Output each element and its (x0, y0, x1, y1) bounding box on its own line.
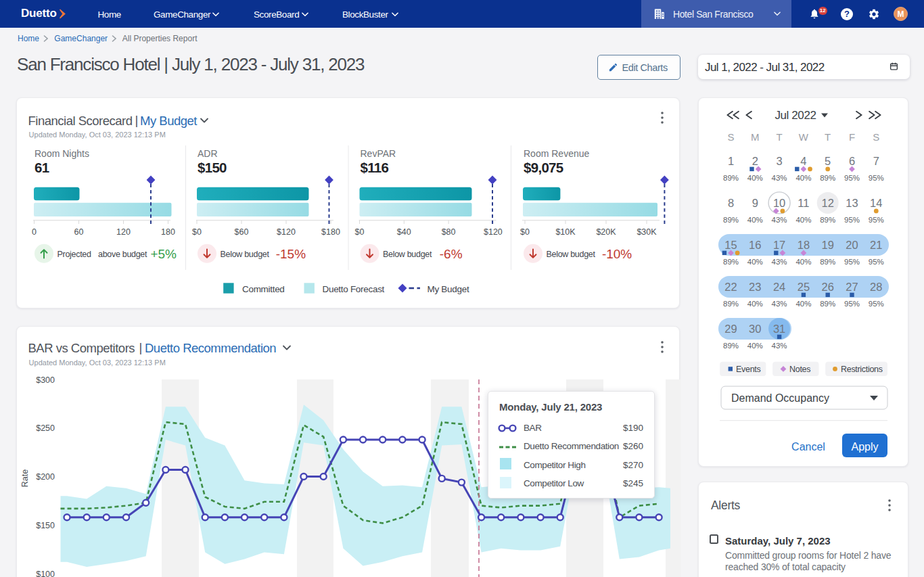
svg-text:95%: 95% (844, 174, 860, 182)
svg-text:4: 4 (800, 155, 806, 167)
svg-text:$200: $200 (36, 472, 55, 482)
svg-text:$180: $180 (321, 227, 340, 237)
svg-text:20: 20 (846, 239, 858, 251)
svg-text:My Budget: My Budget (428, 284, 469, 294)
svg-text:$10K: $10K (555, 227, 576, 237)
svg-text:M: M (751, 131, 760, 143)
svg-text:43%: 43% (772, 174, 787, 182)
svg-text:40%: 40% (795, 258, 811, 266)
svg-text:2: 2 (752, 155, 758, 167)
svg-text:40%: 40% (795, 174, 811, 182)
svg-text:Room Nights: Room Nights (34, 148, 89, 159)
svg-text:W: W (799, 131, 809, 143)
svg-text:Room Revenue: Room Revenue (524, 148, 589, 159)
svg-text:Restrictions: Restrictions (841, 365, 883, 374)
svg-text:43%: 43% (772, 216, 787, 224)
svg-text:23: 23 (749, 281, 761, 293)
svg-text:Cancel: Cancel (791, 441, 825, 453)
svg-text:Rate: Rate (20, 469, 30, 487)
svg-text:1: 1 (728, 155, 734, 167)
svg-text:89%: 89% (723, 300, 739, 308)
svg-text:BAR vs Competitors: BAR vs Competitors (28, 341, 135, 355)
svg-text:43%: 43% (772, 300, 787, 308)
svg-text:26: 26 (822, 281, 834, 293)
svg-text:$40: $40 (397, 227, 411, 237)
svg-text:29: 29 (724, 323, 737, 335)
svg-text:Financial Scorecard: Financial Scorecard (28, 114, 133, 128)
svg-text:T: T (825, 131, 831, 143)
svg-text:9: 9 (752, 197, 758, 209)
svg-text:6: 6 (849, 155, 855, 167)
svg-text:|: | (135, 113, 138, 127)
svg-text:My Budget: My Budget (140, 114, 197, 128)
svg-text:$150: $150 (36, 521, 55, 530)
svg-text:89%: 89% (820, 258, 835, 266)
svg-text:Demand Occupancy: Demand Occupancy (731, 392, 829, 404)
svg-text:89%: 89% (820, 300, 835, 308)
svg-text:ADR: ADR (198, 148, 218, 159)
svg-text:Updated Monday, Oct 03, 2023 1: Updated Monday, Oct 03, 2023 12:13 PM (29, 131, 166, 139)
svg-text:11: 11 (798, 197, 809, 209)
svg-text:$9,075: $9,075 (524, 160, 563, 175)
svg-text:Duetto Recommendation: Duetto Recommendation (145, 341, 276, 355)
svg-text:T: T (777, 131, 783, 143)
svg-text:10: 10 (773, 197, 785, 209)
svg-text:Updated Monday, Oct 03, 2023 1: Updated Monday, Oct 03, 2023 12:13 PM (29, 359, 166, 367)
svg-text:-6%: -6% (440, 247, 463, 261)
svg-text:Notes: Notes (789, 365, 810, 374)
svg-text:|: | (139, 340, 142, 354)
svg-text:Below budget: Below budget (547, 250, 596, 259)
svg-text:120: 120 (116, 227, 131, 237)
svg-text:89%: 89% (723, 216, 739, 224)
svg-text:95%: 95% (844, 258, 860, 266)
svg-text:17: 17 (773, 239, 785, 251)
svg-text:25: 25 (798, 281, 810, 293)
svg-text:40%: 40% (795, 300, 811, 308)
svg-text:40%: 40% (747, 216, 763, 224)
svg-text:Projected: Projected (57, 250, 91, 259)
svg-text:Duetto Forecast: Duetto Forecast (323, 284, 385, 294)
svg-text:40%: 40% (747, 342, 763, 350)
svg-text:-15%: -15% (276, 247, 306, 261)
svg-text:27: 27 (846, 281, 858, 293)
svg-text:43%: 43% (772, 342, 787, 350)
svg-text:95%: 95% (869, 174, 884, 182)
svg-text:16: 16 (749, 239, 761, 251)
svg-text:22: 22 (724, 281, 737, 293)
svg-text:89%: 89% (723, 342, 739, 350)
svg-text:$300: $300 (36, 375, 55, 385)
svg-text:60: 60 (74, 227, 84, 237)
svg-text:Below budget: Below budget (383, 250, 432, 259)
svg-text:89%: 89% (820, 216, 835, 224)
svg-text:$120: $120 (484, 227, 503, 237)
svg-text:$80: $80 (442, 227, 456, 237)
svg-text:$100: $100 (36, 570, 55, 577)
svg-text:28: 28 (870, 281, 882, 293)
svg-text:95%: 95% (844, 300, 860, 308)
svg-text:S: S (873, 131, 879, 143)
svg-text:Apply: Apply (851, 441, 878, 453)
svg-text:12: 12 (822, 197, 834, 209)
svg-text:13: 13 (846, 197, 858, 209)
svg-text:Below budget: Below budget (221, 250, 270, 259)
svg-text:18: 18 (798, 239, 810, 251)
svg-text:3: 3 (777, 155, 783, 167)
svg-text:Jul 2022: Jul 2022 (775, 109, 816, 122)
svg-text:95%: 95% (869, 300, 884, 308)
svg-text:$116: $116 (361, 160, 389, 175)
svg-text:-10%: -10% (602, 247, 632, 261)
svg-text:7: 7 (873, 155, 879, 167)
svg-text:19: 19 (822, 239, 834, 251)
svg-text:40%: 40% (747, 174, 763, 182)
svg-text:21: 21 (870, 239, 882, 251)
svg-text:43%: 43% (772, 258, 787, 266)
svg-text:$150: $150 (198, 160, 227, 175)
svg-text:0: 0 (32, 227, 37, 237)
svg-text:8: 8 (728, 197, 734, 209)
svg-text:Events: Events (736, 365, 760, 374)
svg-text:24: 24 (773, 281, 785, 293)
svg-text:$0: $0 (355, 227, 365, 237)
svg-text:40%: 40% (747, 300, 763, 308)
svg-text:40%: 40% (747, 258, 763, 266)
svg-text:Committed: Committed (242, 284, 285, 294)
